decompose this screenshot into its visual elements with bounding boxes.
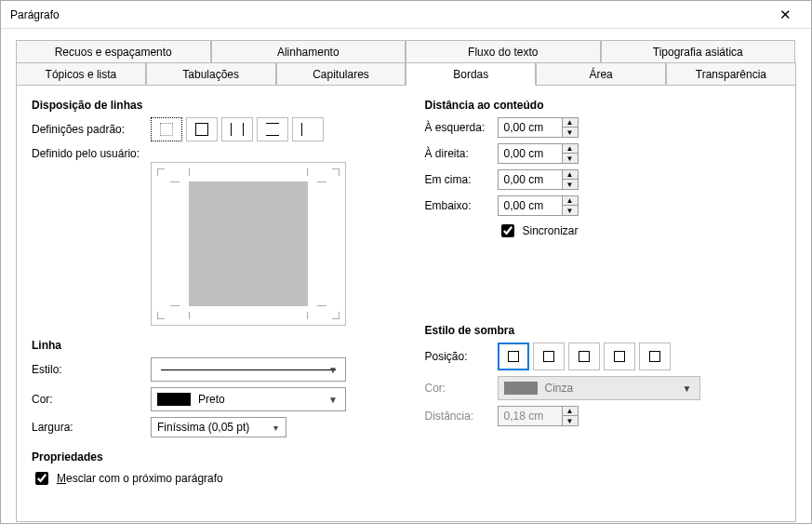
shadow-distance-spin: ▲▼ [498,406,579,426]
merge-next-input[interactable] [35,472,48,485]
right-column: Distância ao conteúdo À esquerda: ▲▼ À d… [425,99,781,488]
color-swatch-icon [504,382,538,395]
pad-right-input[interactable] [499,144,562,163]
tab-borders[interactable]: Bordas [406,62,536,86]
preset-top-bottom[interactable] [257,117,288,141]
sync-label: Sincronizar [523,224,579,237]
shadow-distance-input [499,407,562,425]
section-line: Linha Estilo: ▼ Cor: P [32,339,388,437]
pad-bottom-input[interactable] [499,196,562,215]
preset-box[interactable] [186,117,218,141]
chevron-down-icon: ▼ [683,383,692,394]
spin-down-icon[interactable]: ▼ [563,206,578,215]
heading-properties: Propriedades [32,450,388,464]
label-pad-right: À direita: [425,147,498,160]
tab-tabs[interactable]: Tabulações [146,62,276,86]
label-width: Largura: [32,421,151,434]
spin-up-icon[interactable]: ▲ [563,118,578,128]
line-style-combo[interactable]: ▼ [151,357,346,382]
preset-buttons [151,117,324,141]
pad-top-input[interactable] [499,170,562,189]
heading-line: Linha [32,339,388,352]
section-properties: Propriedades Mesclar com o próximo parág… [32,450,388,488]
tab-asian-typography[interactable]: Tipografia asiática [601,40,796,63]
heading-shadow: Estilo de sombra [425,324,781,337]
close-button[interactable]: ✕ [766,3,804,27]
label-defaults: Definições padrão: [32,123,151,136]
tab-drop-caps[interactable]: Capitulares [276,62,406,86]
user-defined-preview[interactable] [151,162,346,326]
spin-up-icon[interactable]: ▲ [563,170,578,180]
shadow-bottom-left[interactable] [604,343,635,370]
color-swatch-icon [157,393,191,406]
tab-text-flow[interactable]: Fluxo do texto [406,40,601,63]
paragraph-dialog: Parágrafo ✕ Recuos e espaçamento Alinham… [0,0,812,524]
merge-next-label: Mesclar com o próximo parágrafo [57,472,223,485]
label-color: Cor: [32,393,151,406]
label-pad-left: À esquerda: [425,121,498,134]
label-pad-top: Em cima: [425,173,498,186]
label-style: Estilo: [32,363,151,376]
shadow-color-combo: Cinza ▼ [498,376,700,400]
spin-up-icon[interactable]: ▲ [563,144,578,154]
tab-outline-list[interactable]: Tópicos e lista [16,62,146,86]
chevron-down-icon: ▼ [328,365,338,375]
line-color-value: Preto [198,393,225,406]
preset-left-only[interactable] [292,117,324,141]
preset-no-border[interactable] [151,117,182,141]
left-column: Disposição de linhas Definições padrão: [32,99,388,488]
merge-next-checkbox[interactable]: Mesclar com o próximo parágrafo [32,469,223,488]
tab-transparency[interactable]: Transparência [666,62,796,86]
titlebar: Parágrafo ✕ [1,1,811,29]
preset-left-right[interactable] [221,117,253,141]
line-width-value: Finíssima (0,05 pt) [157,421,249,434]
label-pad-bottom: Embaixo: [425,199,498,212]
shadow-top-right[interactable] [568,343,600,370]
section-line-arrangement: Disposição de linhas Definições padrão: [32,99,388,326]
spin-down-icon[interactable]: ▼ [563,180,578,189]
section-shadow: Estilo de sombra Posição: [425,324,781,426]
sync-input[interactable] [501,224,514,237]
tab-content-borders: Disposição de linhas Definições padrão: [16,85,796,522]
heading-line-arrangement: Disposição de linhas [32,99,388,112]
pad-right-spin[interactable]: ▲▼ [498,143,579,164]
spin-down-icon[interactable]: ▼ [563,154,578,163]
shadow-position-buttons [498,343,671,370]
tab-indents-spacing[interactable]: Recuos e espaçamento [16,40,211,63]
label-shadow-position: Posição: [425,350,498,363]
label-user-defined: Definido pelo usuário: [32,147,151,160]
dialog-body: Recuos e espaçamento Alinhamento Fluxo d… [1,29,811,524]
label-shadow-distance: Distância: [425,410,498,423]
shadow-none[interactable] [498,343,529,370]
pad-bottom-spin[interactable]: ▲▼ [498,195,579,216]
pad-left-input[interactable] [499,118,562,137]
line-width-combo[interactable]: Finíssima (0,05 pt) ▾ [151,417,286,437]
spin-down-icon[interactable]: ▼ [563,128,578,137]
chevron-down-icon: ▼ [328,395,338,405]
window-title: Parágrafo [10,8,60,21]
chevron-down-icon: ▾ [273,423,278,433]
tabstrip: Recuos e espaçamento Alinhamento Fluxo d… [16,40,796,85]
pad-left-spin[interactable]: ▲▼ [498,117,579,138]
spin-down-icon: ▼ [563,416,578,425]
pad-top-spin[interactable]: ▲▼ [498,169,579,190]
shadow-color-value: Cinza [545,382,574,395]
spin-up-icon: ▲ [563,407,578,416]
shadow-bottom-right[interactable] [533,343,565,370]
spin-up-icon[interactable]: ▲ [563,196,578,206]
tab-alignment[interactable]: Alinhamento [211,40,406,63]
heading-padding: Distância ao conteúdo [425,99,781,112]
sync-checkbox[interactable]: Sincronizar [498,222,579,240]
shadow-top-left[interactable] [639,343,671,370]
label-shadow-color: Cor: [425,382,498,395]
section-padding: Distância ao conteúdo À esquerda: ▲▼ À d… [425,99,781,240]
line-color-combo[interactable]: Preto ▼ [151,387,346,411]
tab-area[interactable]: Área [536,62,666,86]
